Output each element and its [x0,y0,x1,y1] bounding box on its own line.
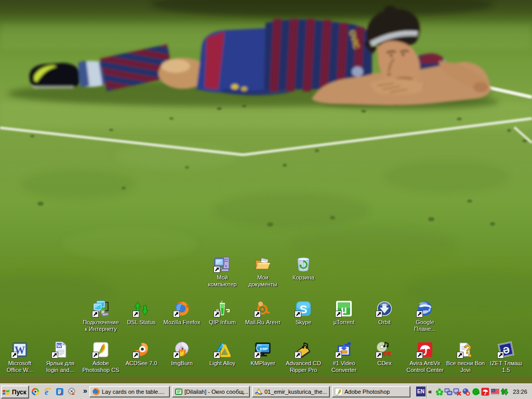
svg-text:µ: µ [341,304,347,315]
svg-text:KMP: KMP [260,347,268,351]
svg-text:ex: ex [383,349,392,357]
svg-text:W: W [57,343,62,349]
